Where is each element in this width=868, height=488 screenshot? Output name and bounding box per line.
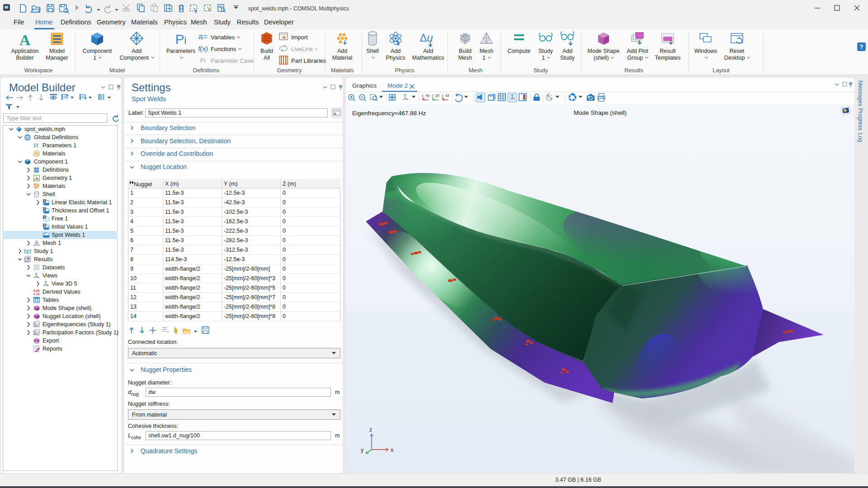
svg-text:f(x): f(x) [198,45,208,52]
svg-text:8.85: 8.85 [33,289,40,292]
svg-text:x: x [391,447,393,453]
svg-text:D: D [43,207,46,211]
svg-text:z: z [369,427,372,433]
svg-text:y: y [361,447,363,453]
svg-text:D: D [43,199,46,202]
svg-text:8!: 8! [37,324,39,327]
svg-text:A: A [34,175,38,182]
svg-text:159: 159 [36,341,39,343]
svg-text:A: A [19,32,31,48]
svg-text:a=: a= [198,32,208,41]
svg-text:Pi: Pi [175,32,187,47]
svg-text:Δu: Δu [420,32,433,44]
svg-text:D: D [43,216,46,219]
svg-text:e-12: e-12 [33,292,40,296]
svg-text:Pi: Pi [200,56,206,64]
svg-text:8!: 8! [37,333,39,335]
svg-text:D: D [43,224,46,227]
